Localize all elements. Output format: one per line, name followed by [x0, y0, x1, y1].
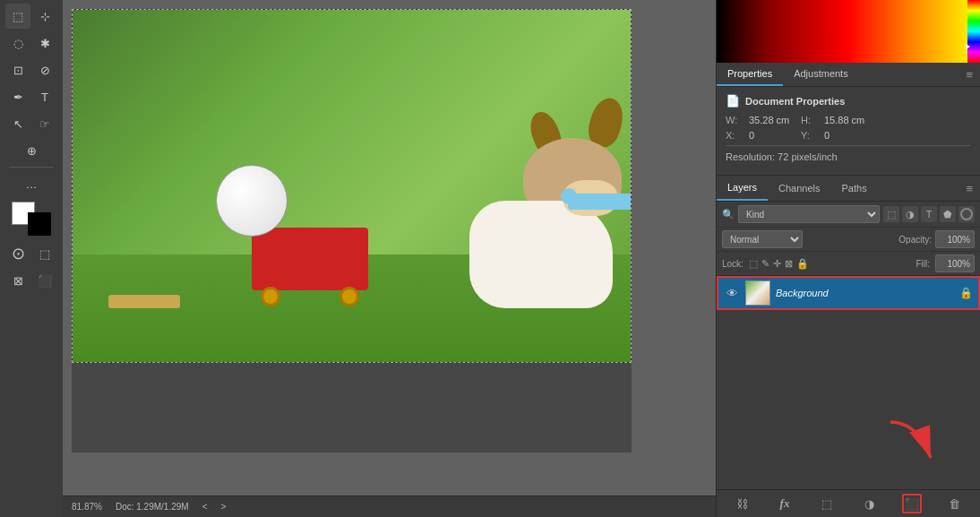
layer-visibility-eye[interactable]: 👁: [724, 285, 740, 301]
magic-wand-tool[interactable]: ✱: [32, 30, 57, 56]
bone-toy: [568, 194, 631, 210]
lock-all-icon[interactable]: 🔒: [796, 258, 809, 270]
properties-panel: Properties Adjustments ≡ 📄 Document Prop…: [717, 63, 980, 175]
tab-properties[interactable]: Properties: [717, 63, 783, 86]
artboard-tool[interactable]: ⊠: [5, 268, 30, 293]
layer-lock-icon: 🔒: [959, 287, 973, 299]
layer-comp-tool[interactable]: ⬛: [32, 268, 57, 293]
filter-type-icon[interactable]: T: [921, 206, 937, 222]
canvas-image: [72, 9, 632, 363]
layer-item-background[interactable]: 👁 Background 🔒: [717, 276, 980, 310]
nav-right[interactable]: >: [220, 502, 226, 512]
properties-content: 📄 Document Properties W: 35.28 cm H: 15.…: [717, 87, 980, 175]
text-tool[interactable]: T: [32, 84, 57, 109]
opacity-label: Opacity:: [898, 235, 932, 245]
zoom-level: 81.87%: [72, 502, 102, 512]
color-gradient-bar[interactable]: [717, 0, 980, 63]
tab-channels[interactable]: Channels: [768, 177, 830, 200]
doc-icon: 📄: [726, 94, 740, 108]
canvas-container[interactable]: [63, 0, 716, 495]
filter-adjustment-icon[interactable]: ◑: [902, 206, 918, 222]
lock-label: Lock:: [722, 259, 744, 269]
nav-left[interactable]: <: [202, 502, 208, 512]
extra-tool[interactable]: …: [19, 171, 44, 196]
width-row: W: 35.28 cm H: 15.88 cm: [726, 115, 971, 125]
doc-properties-title: 📄 Document Properties: [726, 94, 971, 108]
wagon-wheel-left: [261, 287, 280, 306]
filter-pixel-icon[interactable]: ⬚: [883, 206, 899, 222]
zoom-tool[interactable]: ⊕: [19, 138, 44, 163]
lasso-tool[interactable]: ◌: [5, 30, 30, 56]
link-layers-button[interactable]: ⛓: [733, 494, 752, 513]
healing-tool[interactable]: ✒: [5, 84, 30, 109]
layers-bottom-bar: ⛓ fx ⬚ ◑ ⬛ 🗑: [717, 489, 980, 517]
tab-layers[interactable]: Layers: [717, 176, 768, 201]
blend-row: Normal Opacity:: [717, 228, 980, 252]
layers-list: 👁 Background 🔒: [717, 276, 980, 489]
add-mask-button[interactable]: ⬚: [817, 494, 837, 513]
blend-mode-dropdown[interactable]: Normal: [722, 230, 803, 248]
properties-tabs: Properties Adjustments ≡: [717, 63, 980, 87]
canvas-below-area: [72, 363, 632, 452]
lock-paint-icon[interactable]: ✎: [761, 258, 769, 270]
crop-tool[interactable]: ⊡: [5, 57, 30, 82]
fill-label: Fill:: [916, 259, 930, 269]
kind-dropdown[interactable]: Kind: [738, 205, 880, 223]
eyedropper-tool[interactable]: ⊘: [32, 57, 57, 82]
main-area: 81.87% Doc: 1.29M/1.29M < >: [63, 0, 716, 517]
move-tool[interactable]: ⊹: [32, 4, 57, 29]
new-layer-button[interactable]: ⬛: [902, 494, 922, 513]
filter-shape-icon[interactable]: ⬟: [940, 206, 956, 222]
layers-menu-icon[interactable]: ≡: [959, 178, 980, 199]
lock-transparent-icon[interactable]: ⬚: [749, 258, 758, 270]
marquee-tool[interactable]: ⬚: [5, 4, 30, 29]
quick-mask-tool[interactable]: ⊙: [5, 241, 30, 266]
right-panel: Properties Adjustments ≡ 📄 Document Prop…: [716, 0, 980, 517]
filter-smart-icon[interactable]: [959, 206, 975, 222]
layer-fx-button[interactable]: fx: [775, 494, 795, 513]
tab-adjustments[interactable]: Adjustments: [783, 63, 859, 86]
background-color[interactable]: [28, 212, 51, 236]
doc-info: Doc: 1.29M/1.29M: [116, 502, 189, 512]
layers-filter-row: 🔍 Kind ⬚ ◑ T ⬟: [717, 202, 980, 228]
properties-menu-icon[interactable]: ≡: [959, 65, 980, 85]
opacity-input[interactable]: [935, 230, 975, 248]
hand-tool[interactable]: ☞: [32, 111, 57, 136]
soccer-ball: [216, 165, 288, 237]
filter-icons: ⬚ ◑ T ⬟: [883, 206, 975, 222]
prop-divider: [726, 145, 971, 146]
layer-thumbnail: [745, 280, 770, 306]
xy-row: X: 0 Y: 0: [726, 130, 971, 141]
layer-name: Background: [776, 288, 954, 298]
resolution-info: Resolution: 72 pixels/inch: [726, 151, 971, 162]
tool-separator: [9, 167, 54, 168]
screen-mode-tool[interactable]: ⬚: [32, 241, 57, 266]
lock-row: Lock: ⬚ ✎ ✛ ⊠ 🔒 Fill:: [717, 252, 980, 276]
search-icon: 🔍: [722, 209, 735, 220]
select-tool[interactable]: ↖: [5, 111, 30, 136]
fill-input[interactable]: [935, 254, 975, 272]
ground-strip: [108, 295, 180, 308]
hue-bar[interactable]: [967, 0, 980, 63]
color-swatch[interactable]: [12, 202, 51, 236]
layers-tabs: Layers Channels Paths ≡: [717, 176, 980, 202]
lock-position-icon[interactable]: ✛: [773, 258, 781, 270]
dog-photo: [73, 10, 631, 362]
wagon-wheel-right: [340, 287, 359, 306]
hue-cursor[interactable]: [966, 44, 980, 49]
tab-paths[interactable]: Paths: [831, 177, 878, 200]
new-adjustment-button[interactable]: ◑: [860, 494, 880, 513]
delete-layer-button[interactable]: 🗑: [944, 494, 964, 513]
lock-artboard-icon[interactable]: ⊠: [785, 258, 793, 270]
dog-torso: [469, 201, 613, 308]
red-wagon: [252, 228, 368, 290]
status-bar: 81.87% Doc: 1.29M/1.29M < >: [63, 495, 716, 517]
left-toolbar: ⬚ ⊹ ◌ ✱ ⊡ ⊘ ✒ T ↖ ☞ ⊕ … ⊙ ⬚ ⊠ ⬛: [0, 0, 63, 517]
lock-icons: ⬚ ✎ ✛ ⊠ 🔒: [749, 258, 809, 270]
layers-panel: Layers Channels Paths ≡ 🔍 Kind ⬚ ◑ T ⬟ N…: [717, 175, 980, 517]
